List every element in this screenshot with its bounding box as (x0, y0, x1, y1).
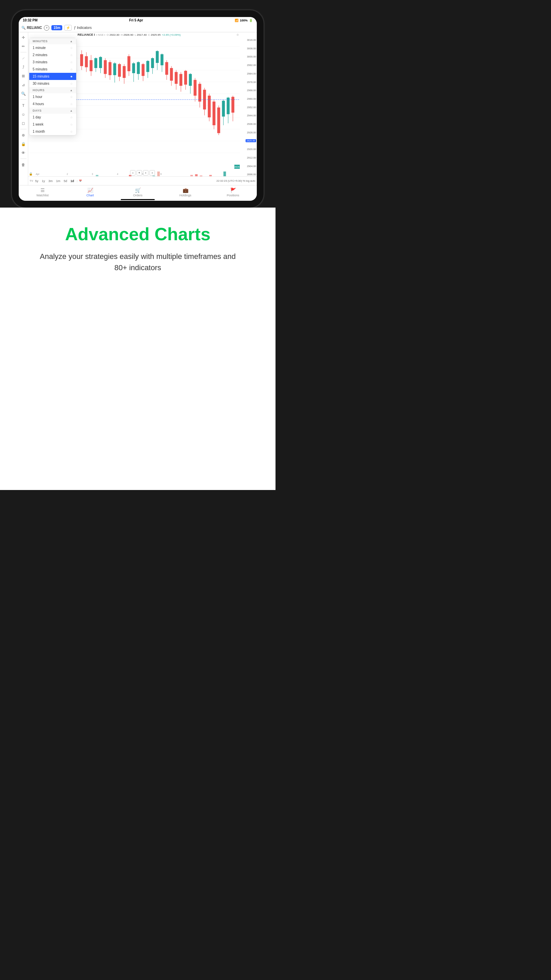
delete-tool[interactable]: 🗑 (20, 161, 27, 169)
magnet-tool[interactable]: ⊛ (20, 131, 27, 139)
text-tool[interactable]: T (20, 102, 27, 109)
scale-auto[interactable]: auto (250, 179, 256, 182)
status-time: 10:32 PM (23, 18, 37, 22)
dropdown-1min[interactable]: 1 minute ☆ (29, 44, 76, 51)
orders-icon: 🛒 (135, 188, 141, 193)
chart-content[interactable]: RELIANCE I ▪ NSE ▪ O 2922.30 H 2926.90 L… (28, 32, 257, 185)
star-4hours: ☆ (70, 102, 73, 106)
dropdown-30min[interactable]: 30 minutes ☆ (29, 80, 76, 87)
svg-rect-23 (108, 62, 111, 75)
nav-positions[interactable]: 🚩 Positions (224, 188, 241, 197)
status-date: Fri 5 Apr (129, 18, 143, 22)
emoji-tool[interactable]: ☺ (20, 111, 27, 118)
chart-exchange: ▪ NSE ▪ (96, 33, 105, 37)
eraser-tool[interactable]: ◻ (20, 119, 27, 127)
bottom-nav: ☰ Watchlist 📈 Chart 🛒 Orders 💼 Holdings … (19, 185, 257, 198)
svg-rect-73 (227, 98, 230, 115)
compare-button[interactable]: ⚡ (64, 25, 72, 30)
pencil-tool[interactable]: ✏ (20, 43, 27, 50)
price-2968: 2968.00 (240, 89, 256, 92)
dropdown-5min[interactable]: 5 minutes ☆ (29, 66, 76, 73)
measure-tool[interactable]: ⊿ (20, 81, 27, 89)
svg-rect-13 (85, 56, 88, 67)
dropdown-1hour[interactable]: 1 hour ☆ (29, 93, 76, 100)
search-area[interactable]: 🔍 RELIANC (21, 26, 42, 30)
dropdown-1week[interactable]: 1 week ☆ (29, 121, 76, 128)
nav-holdings[interactable]: 💼 Holdings (177, 188, 194, 197)
hours-section-header: HOURS ▲ (29, 87, 76, 93)
svg-rect-71 (222, 101, 225, 116)
tab-3m[interactable]: 3m (47, 179, 54, 183)
star-1day: ☆ (70, 116, 73, 119)
svg-rect-41 (151, 58, 154, 68)
price-3000: 3000.00 (240, 55, 256, 58)
chart-icon: 📈 (87, 188, 93, 193)
brush-tool[interactable]: ⊞ (20, 72, 27, 80)
svg-rect-47 (165, 62, 168, 75)
ray-tool[interactable]: ⤴ (20, 63, 27, 71)
chart-high: H 2926.90 (121, 33, 133, 37)
dropdown-15min[interactable]: 15 minutes ★ (29, 73, 76, 80)
star-1min: ☆ (70, 46, 73, 50)
price-2984: 2984.00 (240, 72, 256, 75)
svg-rect-37 (141, 64, 144, 76)
indicators-button[interactable]: ƒ Indicators (74, 26, 92, 30)
chart-expand-icon[interactable]: ⊕ (237, 33, 239, 37)
nav-chart[interactable]: 📈 Chart (82, 188, 98, 197)
holdings-label: Holdings (179, 194, 191, 197)
dropdown-4hours[interactable]: 4 hours ☆ (29, 100, 76, 108)
watchlist-label: Watchlist (37, 194, 49, 197)
timeframe-dropdown[interactable]: MINUTES ▲ 1 minute ☆ 2 minutes ☆ 3 minut… (29, 38, 76, 135)
battery-level: 100% (240, 19, 248, 22)
watchlist-icon: ☰ (40, 188, 45, 193)
lock-tool[interactable]: 🔒 (20, 140, 27, 148)
add-symbol-button[interactable]: + (44, 25, 49, 30)
trendline-tool[interactable]: ⟋ (20, 54, 27, 62)
scale-percent[interactable]: % (243, 179, 245, 182)
chart-lock-icon[interactable]: 🔒 (29, 172, 33, 176)
timeframe-button[interactable]: 15m (51, 25, 62, 30)
dropdown-1month[interactable]: 1 month ☆ (29, 128, 76, 135)
marketing-section: Advanced Charts Analyze your strategies … (0, 208, 275, 490)
zoom-in-button[interactable]: + (137, 170, 142, 176)
price-2928: 2928.00 (240, 131, 256, 134)
minutes-section-header: MINUTES ▲ (29, 38, 76, 44)
tab-5d[interactable]: 5d (62, 179, 68, 183)
nav-orders[interactable]: 🛒 Orders (129, 188, 146, 197)
calendar-icon[interactable]: 📅 (79, 180, 82, 182)
price-2912: 2912.00 (240, 156, 256, 159)
chart-time: 22:32:23 (UTC+5:30) (216, 179, 242, 182)
minutes-chevron: ▲ (70, 40, 73, 43)
star-1week: ☆ (70, 123, 73, 126)
zoom-out-button[interactable]: − (130, 170, 136, 176)
date-3: 3 (92, 173, 93, 175)
price-2976: 2976.00 (240, 81, 256, 84)
date-2: 2 (67, 173, 68, 175)
magnify-tool[interactable]: 🔍 (20, 90, 27, 97)
nav-watchlist[interactable]: ☰ Watchlist (34, 188, 51, 197)
price-3008: 3008.00 (240, 47, 256, 50)
holdings-icon: 💼 (183, 188, 189, 193)
dropdown-2min[interactable]: 2 minutes ☆ (29, 51, 76, 59)
chart-nav-controls: − + ‹ › (130, 170, 155, 176)
positions-icon: 🚩 (230, 188, 236, 193)
crosshair-tool[interactable]: ✛ (20, 34, 27, 41)
svg-rect-35 (137, 62, 140, 74)
dropdown-3min[interactable]: 3 minutes ☆ (29, 59, 76, 66)
dropdown-1day[interactable]: 1 day ☆ (29, 114, 76, 121)
scroll-left-button[interactable]: ‹ (143, 170, 149, 176)
scale-log[interactable]: log (246, 179, 250, 182)
eye-tool[interactable]: 👁 (20, 149, 27, 156)
tab-1y[interactable]: 1y (40, 179, 47, 183)
chart-low: L 2917.40 (135, 33, 147, 37)
tab-1m[interactable]: 1m (55, 179, 62, 183)
search-icon: 🔍 (21, 26, 25, 30)
toolbar-divider-2 (21, 99, 27, 100)
tab-1d[interactable]: 1d (69, 179, 76, 183)
price-3016: 3016.00 (240, 38, 256, 41)
svg-rect-49 (170, 68, 173, 81)
svg-rect-59 (194, 80, 197, 95)
scroll-right-button[interactable]: › (150, 170, 155, 176)
tab-5y[interactable]: 5y (34, 179, 40, 183)
price-2896: 2896.00 (240, 173, 256, 176)
